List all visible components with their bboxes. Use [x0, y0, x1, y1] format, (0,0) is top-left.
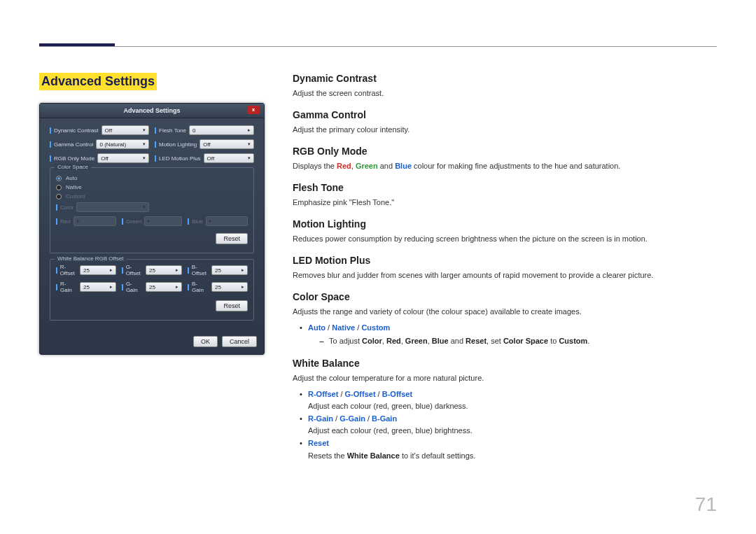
section-title-advanced-settings: Advanced Settings	[39, 73, 157, 90]
text: Displays the	[293, 162, 337, 170]
dialog-row-3: RGB Only Mode Off▾ LED Motion Plus Off▾	[50, 153, 254, 163]
text: .	[587, 337, 589, 345]
list-color-space: Auto / Native / Custom To adjust Color, …	[293, 322, 717, 348]
heading-color-space: Color Space	[293, 291, 717, 302]
group-white-balance: White Balance RGB Offset R-Offset25▸ G-O…	[50, 259, 254, 321]
select-value: 25	[215, 284, 221, 290]
radio-icon	[56, 185, 62, 190]
list-item: Reset Resets the White Balance to it's d…	[293, 437, 717, 462]
select-r-gain[interactable]: 25▸	[80, 282, 116, 292]
radio-label: Auto	[66, 175, 77, 181]
group-color-space: Color Space Auto Native Custom Color ▾	[50, 167, 254, 253]
chevron-down-icon: ▾	[248, 155, 251, 161]
select-r-offset[interactable]: 25▸	[80, 265, 116, 275]
white-balance-reset-row: Reset	[56, 297, 248, 313]
chevron-right-icon: ▸	[241, 267, 244, 273]
option-b-offset: B-Offset	[382, 390, 412, 398]
header-divider	[39, 46, 717, 47]
keyword: Color Space	[503, 337, 548, 345]
text: and	[449, 337, 465, 345]
chevron-down-icon: ▾	[143, 141, 146, 147]
cancel-button[interactable]: Cancel	[222, 336, 257, 347]
radio-label: Custom	[66, 193, 85, 199]
chevron-right-icon: ▸	[110, 284, 113, 290]
reset-button[interactable]: Reset	[216, 233, 248, 244]
label-led-motion-plus: LED Motion Plus	[155, 155, 201, 162]
select-red: ▸	[74, 216, 116, 226]
select-value: Off	[203, 141, 211, 148]
select-flesh-tone[interactable]: 0▸	[189, 125, 254, 135]
select-g-gain[interactable]: 25▸	[146, 282, 182, 292]
label-g-gain: G-Gain	[122, 281, 143, 293]
label-red: Red	[56, 218, 71, 225]
keyword-green: Green	[356, 162, 378, 170]
select-value: 25	[83, 284, 90, 290]
color-space-reset-row: Reset	[56, 230, 248, 246]
select-b-gain[interactable]: 25▸	[211, 282, 248, 292]
radio-label: Native	[66, 184, 82, 190]
option-custom: Custom	[361, 323, 390, 332]
desc-white-balance: Adjust the colour temperature for a more…	[293, 373, 717, 384]
select-blue: ▸	[206, 216, 248, 226]
dialog-title-text: Advanced Settings	[123, 107, 180, 114]
heading-led-motion-plus: LED Motion Plus	[293, 255, 717, 266]
text: Resets the	[308, 451, 347, 460]
reset-button[interactable]: Reset	[216, 300, 248, 311]
select-value: 25	[83, 267, 90, 274]
chevron-right-icon: ▸	[209, 218, 212, 224]
left-column: Advanced Settings Advanced Settings x Dy…	[39, 73, 270, 472]
label-r-offset: R-Offset	[56, 264, 77, 276]
radio-icon	[56, 176, 62, 181]
select-led-motion-plus[interactable]: Off▾	[204, 153, 254, 163]
select-gamma-control[interactable]: 0 (Natural)▾	[96, 139, 149, 149]
radio-native[interactable]: Native	[56, 184, 248, 190]
group-title-color-space: Color Space	[55, 164, 91, 170]
text: to	[548, 337, 559, 345]
chevron-down-icon: ▾	[143, 155, 146, 161]
row-offset: R-Offset25▸ G-Offset25▸ B-Offset25▸	[56, 264, 248, 276]
keyword-blue: Blue	[395, 162, 412, 170]
select-value: 0	[192, 127, 195, 134]
label-motion-lighting: Motion Lighting	[155, 141, 197, 148]
chevron-down-icon: ▾	[143, 204, 146, 210]
dialog-advanced-settings: Advanced Settings x Dynamic Contrast Off…	[39, 103, 265, 355]
radio-auto[interactable]: Auto	[56, 175, 248, 181]
chevron-right-icon: ▸	[176, 284, 178, 290]
page-number: 71	[695, 493, 717, 516]
desc-motion-lighting: Reduces power consumption by reducing sc…	[293, 234, 717, 245]
radio-custom[interactable]: Custom	[56, 193, 248, 199]
text: To adjust	[329, 337, 362, 345]
sublist: To adjust Color, Red, Green, Blue and Re…	[308, 335, 717, 348]
desc-dynamic-contrast: Adjust the screen contrast.	[293, 88, 717, 99]
select-value: Off	[105, 127, 113, 134]
text: Adjust each colour (red, green, blue) da…	[308, 402, 468, 410]
heading-motion-lighting: Motion Lighting	[293, 218, 717, 230]
desc-flesh-tone: Emphasize pink "Flesh Tone."	[293, 197, 717, 209]
select-value: Off	[101, 155, 108, 162]
ok-button[interactable]: OK	[193, 336, 218, 347]
list-white-balance: R-Offset / G-Offset / B-Offset Adjust ea…	[293, 388, 717, 463]
select-motion-lighting[interactable]: Off▾	[200, 139, 254, 149]
select-b-offset[interactable]: 25▸	[211, 265, 248, 275]
chevron-right-icon: ▸	[248, 127, 251, 133]
desc-color-space: Adjusts the range and variety of colour …	[293, 307, 717, 318]
label-b-gain: B-Gain	[188, 281, 209, 293]
dialog-row-2: Gamma Control 0 (Natural)▾ Motion Lighti…	[50, 139, 254, 149]
keyword: Reset	[465, 337, 486, 345]
right-column: Dynamic Contrast Adjust the screen contr…	[293, 73, 717, 472]
select-dynamic-contrast[interactable]: Off▾	[102, 125, 149, 135]
chevron-right-icon: ▸	[110, 267, 113, 273]
close-icon[interactable]: x	[247, 106, 260, 114]
group-title-white-balance: White Balance RGB Offset	[55, 255, 127, 262]
dialog-row-1: Dynamic Contrast Off▾ Flesh Tone 0▸	[50, 125, 254, 135]
heading-rgb-only-mode: RGB Only Mode	[293, 146, 717, 157]
label-r-gain: R-Gain	[56, 281, 77, 293]
option-reset: Reset	[308, 439, 329, 447]
chevron-right-icon: ▸	[77, 218, 80, 224]
separator: /	[333, 414, 340, 423]
separator: /	[338, 390, 344, 398]
label-g-offset: G-Offset	[122, 264, 143, 276]
select-g-offset[interactable]: 25▸	[146, 265, 182, 275]
select-rgb-only-mode[interactable]: Off▾	[97, 153, 149, 163]
text: Adjust each colour (red, green, blue) br…	[308, 426, 472, 435]
